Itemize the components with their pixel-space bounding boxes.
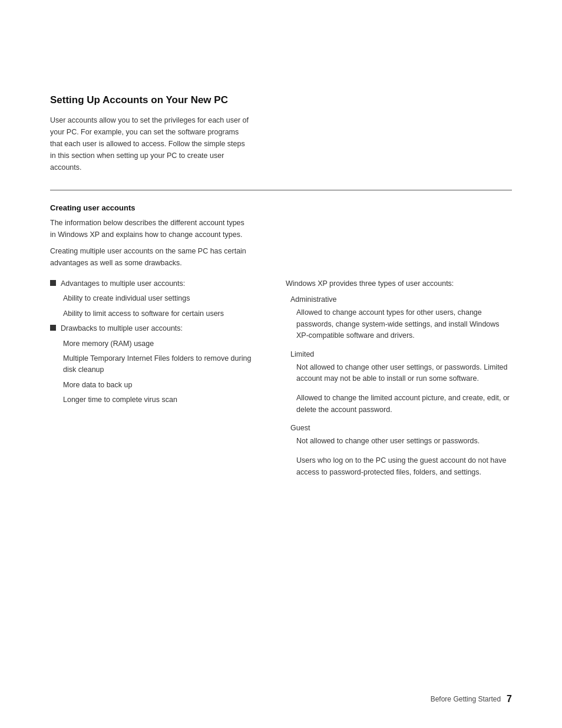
- guest-label: Guest: [290, 424, 310, 432]
- drawback-item-2: Multiple Temporary Internet Files folder…: [63, 353, 262, 376]
- bullet-icon: [50, 280, 56, 286]
- bullet-icon: [50, 325, 56, 331]
- advantages-header-item: Advantages to multiple user accounts:: [50, 278, 262, 289]
- limited-desc1: Not allowed to change other user setting…: [296, 362, 512, 385]
- divider: [50, 190, 512, 190]
- page-footer: Before Getting Started 7: [431, 694, 512, 704]
- footer-text: Before Getting Started: [431, 695, 501, 703]
- limited-label: Limited: [290, 350, 314, 358]
- list-item: Longer time to complete virus scan: [63, 394, 262, 406]
- page-number: 7: [507, 694, 512, 704]
- list-item: Ability to limit access to software for …: [63, 308, 262, 319]
- guest-desc2: Users who log on to the PC using the gue…: [296, 455, 512, 478]
- drawbacks-header-label: Drawbacks to multiple user accounts:: [61, 323, 183, 334]
- advantages-list: Ability to create individual user settin…: [50, 293, 262, 319]
- page-title: Setting Up Accounts on Your New PC: [50, 94, 512, 106]
- advantages-section: Advantages to multiple user accounts:: [50, 278, 262, 289]
- drawbacks-section: Drawbacks to multiple user accounts:: [50, 323, 262, 334]
- advantages-header-label: Advantages to multiple user accounts:: [61, 278, 185, 289]
- account-type-guest: Guest: [286, 424, 512, 432]
- drawback-item-1: More memory (RAM) usage: [63, 338, 154, 350]
- limited-desc2: Allowed to change the limited account pi…: [296, 393, 512, 416]
- account-type-limited: Limited: [286, 350, 512, 358]
- drawbacks-header-item: Drawbacks to multiple user accounts:: [50, 323, 262, 334]
- subsection-para1: The information below describes the diff…: [50, 217, 250, 241]
- right-column: Windows XP provides three types of user …: [286, 278, 512, 486]
- two-column-layout: Advantages to multiple user accounts: Ab…: [50, 278, 512, 486]
- advantage-item-1: Ability to create individual user settin…: [63, 293, 190, 304]
- drawbacks-list: More memory (RAM) usage Multiple Tempora…: [50, 338, 262, 406]
- list-item: More data to back up: [63, 380, 262, 391]
- drawback-item-3: More data to back up: [63, 380, 132, 391]
- guest-desc1: Not allowed to change other user setting…: [296, 436, 512, 447]
- intro-paragraph: User accounts allow you to set the privi…: [50, 114, 250, 173]
- left-column: Advantages to multiple user accounts: Ab…: [50, 278, 262, 409]
- list-item: Ability to create individual user settin…: [63, 293, 262, 304]
- list-item: Multiple Temporary Internet Files folder…: [63, 353, 262, 376]
- administrative-label: Administrative: [290, 295, 337, 304]
- account-type-administrative: Administrative: [286, 295, 512, 304]
- subsection-para2: Creating multiple user accounts on the s…: [50, 245, 250, 269]
- advantage-item-2: Ability to limit access to software for …: [63, 308, 224, 319]
- subsection-title: Creating user accounts: [50, 203, 512, 212]
- list-item: More memory (RAM) usage: [63, 338, 262, 350]
- right-col-intro: Windows XP provides three types of user …: [286, 278, 512, 289]
- drawback-item-4: Longer time to complete virus scan: [63, 394, 177, 406]
- administrative-desc: Allowed to change account types for othe…: [296, 307, 512, 341]
